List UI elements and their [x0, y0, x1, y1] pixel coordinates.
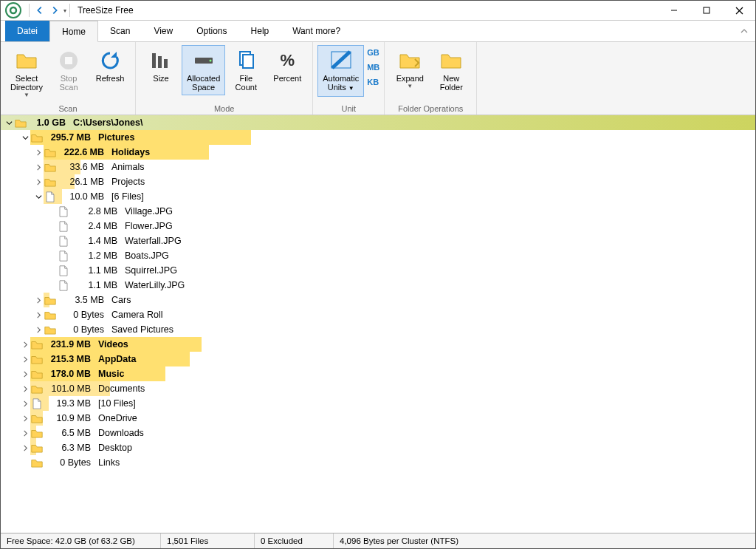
tree-root[interactable]: 1.0 GB C:\Users\Jones\ — [1, 115, 755, 130]
minimize-button[interactable] — [658, 1, 690, 20]
row-name: Waterfall.JPG — [123, 236, 182, 246]
chevron-right-icon[interactable] — [20, 356, 30, 363]
chevron-down-icon[interactable] — [4, 120, 14, 126]
tab-help[interactable]: Help — [239, 21, 281, 41]
folder-icon — [44, 324, 57, 335]
unit-gb-button[interactable]: GB — [367, 48, 379, 57]
tree-row[interactable]: 231.9 MBVideos — [1, 337, 755, 352]
row-size: 222.6 MB — [58, 147, 110, 157]
row-size: 0 Bytes — [58, 310, 110, 320]
row-size: 2.4 MB — [72, 221, 123, 231]
new-folder-button[interactable]: New Folder — [430, 45, 472, 95]
chevron-right-icon[interactable] — [20, 400, 30, 407]
tab-home[interactable]: Home — [49, 21, 98, 42]
tab-file[interactable]: Datei — [5, 21, 49, 41]
tab-scan[interactable]: Scan — [98, 21, 142, 41]
tree-row[interactable]: 295.7 MBPictures — [1, 130, 755, 145]
row-name: Saved Pictures — [110, 324, 173, 335]
row-name: Cars — [110, 295, 131, 305]
chevron-right-icon[interactable] — [33, 312, 44, 318]
tree-row[interactable]: 101.0 MBDocuments — [1, 381, 755, 396]
chevron-right-icon[interactable] — [33, 327, 44, 333]
tree-row[interactable]: 6.5 MBDownloads — [1, 426, 755, 440]
chevron-right-icon[interactable] — [33, 164, 44, 171]
tab-view[interactable]: View — [142, 21, 185, 41]
file-icon — [57, 250, 70, 262]
tree-row[interactable]: 0 BytesLinks — [1, 455, 755, 470]
history-dropdown[interactable]: ▾ — [63, 7, 66, 14]
chevron-right-icon[interactable] — [33, 297, 44, 304]
tree-row[interactable]: 10.0 MB[6 Files] — [1, 189, 755, 204]
folder-icon — [15, 49, 38, 72]
forward-button[interactable] — [47, 3, 62, 18]
maximize-button[interactable] — [690, 1, 723, 20]
chevron-right-icon[interactable] — [20, 341, 30, 348]
tree-row[interactable]: 33.6 MBAnimals — [1, 160, 755, 174]
refresh-button[interactable]: Refresh — [89, 45, 131, 86]
tree-row[interactable]: 222.6 MBHolidays — [1, 145, 755, 160]
tree-row[interactable]: 19.3 MB[10 Files] — [1, 396, 755, 411]
chevron-right-icon[interactable] — [20, 445, 30, 451]
row-size: 3.5 MB — [58, 295, 110, 305]
unit-kb-button[interactable]: KB — [367, 78, 379, 86]
folder-icon — [30, 442, 44, 454]
svg-point-0 — [10, 7, 16, 13]
chevron-right-icon[interactable] — [20, 430, 30, 437]
tree-row[interactable]: 0 BytesSaved Pictures — [1, 322, 755, 337]
tree-row[interactable]: 3.5 MBCars — [1, 293, 755, 307]
row-size: 10.0 MB — [58, 191, 110, 202]
tree-row[interactable]: 215.3 MBAppData — [1, 352, 755, 366]
row-size: 33.6 MB — [58, 162, 110, 172]
tree-row[interactable]: 2.4 MBFlower.JPG — [1, 219, 755, 233]
expand-icon — [398, 49, 422, 72]
row-name: Videos — [97, 339, 128, 349]
status-files: 1,501 Files — [161, 533, 255, 548]
tab-want-more-[interactable]: Want more? — [281, 21, 352, 41]
tree-row[interactable]: 2.8 MBVillage.JPG — [1, 204, 755, 219]
status-excluded: 0 Excluded — [255, 533, 334, 548]
folder-icon — [30, 383, 44, 395]
tree-row[interactable]: 1.2 MBBoats.JPG — [1, 248, 755, 263]
chevron-right-icon[interactable] — [20, 386, 30, 392]
tree-row[interactable]: 1.4 MBWaterfall.JPG — [1, 233, 755, 248]
tree-row[interactable]: 26.1 MBProjects — [1, 174, 755, 189]
select-directory-button[interactable]: Select Directory ▼ — [5, 45, 48, 102]
stop-scan-button[interactable]: Stop Scan — [48, 45, 89, 95]
tree-row[interactable]: 178.0 MBMusic — [1, 366, 755, 381]
chevron-down-icon[interactable] — [33, 194, 44, 200]
tree-row[interactable]: 0 BytesCamera Roll — [1, 307, 755, 322]
row-name: Projects — [110, 177, 145, 187]
row-name: Holidays — [110, 147, 150, 157]
disk-icon — [192, 49, 216, 72]
tree-row[interactable]: 1.1 MBWaterLilly.JPG — [1, 278, 755, 293]
row-name: Pictures — [97, 132, 134, 143]
mode-allocated-button[interactable]: Allocated Space — [182, 45, 225, 95]
chevron-right-icon[interactable] — [20, 415, 30, 422]
mode-size-button[interactable]: Size — [140, 45, 182, 86]
collapse-ribbon[interactable] — [733, 21, 755, 41]
chevron-right-icon[interactable] — [33, 149, 44, 156]
row-name: Flower.JPG — [123, 221, 173, 231]
chevron-right-icon[interactable] — [20, 371, 30, 378]
close-button[interactable] — [723, 1, 755, 20]
chevron-down-icon[interactable] — [20, 134, 30, 141]
mode-percent-button[interactable]: % Percent — [267, 45, 308, 86]
file-icon — [57, 205, 70, 217]
tree-row[interactable]: 1.1 MBSquirrel.JPG — [1, 263, 755, 278]
row-size: 1.1 MB — [72, 280, 123, 290]
back-button[interactable] — [32, 3, 47, 18]
chevron-right-icon[interactable] — [33, 179, 44, 185]
unit-mb-button[interactable]: MB — [367, 63, 379, 72]
row-size: 1.1 MB — [72, 265, 123, 276]
mode-filecount-button[interactable]: File Count — [225, 45, 267, 95]
row-name: Desktop — [97, 443, 132, 453]
directory-tree[interactable]: 1.0 GB C:\Users\Jones\ 295.7 MBPictures2… — [1, 115, 755, 533]
unit-automatic-button[interactable]: Automatic Units ▼ — [317, 45, 364, 97]
tree-row[interactable]: 10.9 MBOneDrive — [1, 411, 755, 426]
tree-row[interactable]: 6.3 MBDesktop — [1, 440, 755, 455]
expand-button[interactable]: Expand ▼ — [389, 45, 430, 93]
bars-icon — [149, 49, 173, 72]
tab-options[interactable]: Options — [185, 21, 238, 41]
row-name: WaterLilly.JPG — [123, 280, 185, 290]
root-path: C:\Users\Jones\ — [72, 117, 142, 128]
